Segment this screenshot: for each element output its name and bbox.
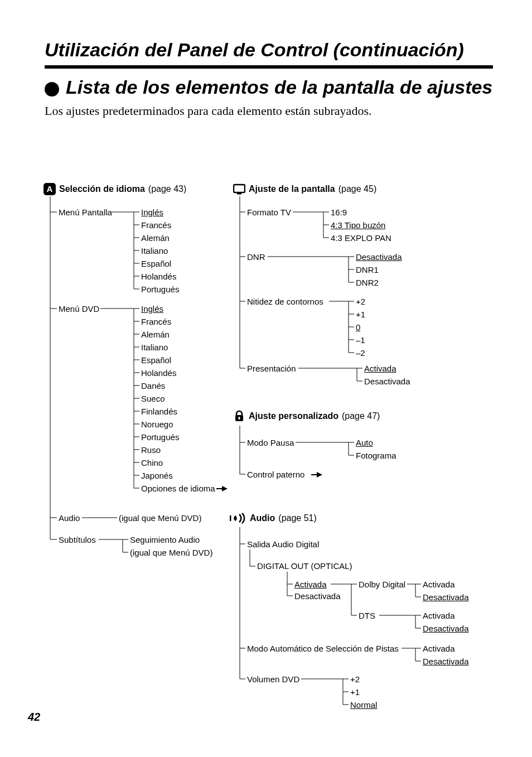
- section-a-heading: A Selección de idioma (page 43): [43, 183, 186, 195]
- nit-opt-1: +1: [356, 310, 365, 319]
- dnr-opt-1: DNR1: [356, 265, 379, 274]
- md-opt-8: Finlandés: [141, 407, 177, 416]
- section-custom-pageref: (page 47): [342, 411, 380, 421]
- dolby-opt-1: Desactivada: [423, 592, 469, 602]
- dolby-label: Dolby Digital: [359, 580, 405, 589]
- bullet-icon: [45, 82, 59, 97]
- dnr-opt-0: Desactivada: [356, 252, 402, 262]
- mp-opt-0: Inglés: [141, 208, 163, 217]
- ftv-opt-2: 4:3 EXPLO PAN: [331, 233, 391, 243]
- speaker-icon: [229, 512, 246, 524]
- svg-marker-73: [317, 472, 322, 478]
- vol-opt-2: Normal: [350, 700, 377, 710]
- digital-out-label: DIGITAL OUT (OPTICAL): [257, 561, 352, 571]
- presentacion-label: Presentación: [247, 364, 296, 373]
- ma-opt-0: Activada: [423, 644, 455, 653]
- ma-opt-1: Desactivada: [423, 657, 469, 666]
- md-opt-4: Español: [141, 355, 171, 365]
- menu-pantalla-label: Menú Pantalla: [59, 208, 112, 217]
- nitidez-label: Nitidez de contornos: [247, 297, 323, 306]
- subtitle: Lista de los elementos de la pantalla de…: [66, 76, 492, 98]
- sub-opt-0: Seguimiento Audio: [130, 535, 200, 544]
- mp-opt-1: Francés: [141, 220, 171, 230]
- svg-rect-105: [234, 185, 245, 192]
- nit-opt-0: +2: [356, 297, 365, 306]
- section-custom-title: Ajuste personalizado: [249, 411, 338, 421]
- svg-text:A: A: [47, 184, 53, 194]
- dts-opt-1: Desactivada: [423, 624, 469, 633]
- dnr-label: DNR: [247, 252, 265, 262]
- md-opt-2: Alemán: [141, 330, 170, 339]
- md-opt-7: Sueco: [141, 394, 165, 403]
- section-screen-heading: Ajuste de la pantalla (page 45): [233, 183, 376, 195]
- section-audio-title: Audio: [250, 513, 275, 523]
- title-rule: [45, 65, 493, 69]
- subtitulos-label: Subtítulos: [59, 535, 96, 544]
- mp-opt-4: Español: [141, 259, 171, 268]
- md-opt-3: Italiano: [141, 343, 168, 352]
- intro-text: Los ajustes predeterminados para cada el…: [45, 104, 493, 118]
- do-opt-1: Desactivada: [294, 591, 341, 601]
- dolby-opt-0: Activada: [423, 580, 455, 589]
- svg-rect-106: [237, 193, 241, 195]
- md-opt-10: Portugués: [141, 432, 179, 442]
- md-opt-6: Danés: [141, 381, 165, 390]
- menu-dvd-label: Menú DVD: [59, 304, 99, 314]
- section-audio-pageref: (page 51): [278, 513, 317, 523]
- sub-opt-1: (igual que Menú DVD): [130, 548, 212, 557]
- formato-tv-label: Formato TV: [247, 208, 291, 217]
- modo-pausa-label: Modo Pausa: [247, 438, 294, 447]
- mp-opt-2: Alemán: [141, 233, 170, 243]
- salida-label: Salida Audio Digital: [247, 539, 319, 549]
- md-opt-5: Holandés: [141, 368, 176, 378]
- nit-opt-2: 0: [356, 322, 360, 332]
- dnr-opt-2: DNR2: [356, 278, 379, 287]
- mp2-opt-1: Fotograma: [356, 451, 396, 460]
- dts-label: DTS: [359, 611, 375, 620]
- subtitle-row: Lista de los elementos de la pantalla de…: [45, 76, 493, 98]
- pres-opt-1: Desactivada: [364, 377, 410, 386]
- svg-rect-108: [239, 417, 240, 420]
- md-opt-1: Francés: [141, 317, 171, 326]
- do-opt-0: Activada: [294, 580, 327, 589]
- vol-opt-0: +2: [350, 674, 360, 684]
- page-number: 42: [28, 711, 40, 724]
- mp2-opt-0: Auto: [356, 438, 373, 447]
- page-title: Utilización del Panel de Control (contin…: [45, 39, 493, 61]
- section-screen-pageref: (page 45): [338, 184, 377, 194]
- letter-a-icon: A: [43, 183, 56, 195]
- ftv-opt-0: 16:9: [331, 208, 347, 217]
- section-screen-title: Ajuste de la pantalla: [249, 184, 335, 194]
- pres-opt-0: Activada: [364, 364, 396, 373]
- md-opt-11: Ruso: [141, 445, 161, 455]
- md-opt-13: Japonés: [141, 471, 173, 480]
- mp-opt-3: Italiano: [141, 246, 168, 255]
- section-a-pageref: (page 43): [148, 184, 187, 194]
- ftv-opt-1: 4:3 Tipo buzón: [331, 220, 385, 230]
- md-opt-0: Inglés: [141, 304, 163, 314]
- section-a-title: Selección de idioma: [59, 184, 145, 194]
- lock-icon: [233, 410, 245, 422]
- section-custom-heading: Ajuste personalizado (page 47): [233, 410, 380, 422]
- volumen-label: Volumen DVD: [247, 674, 299, 684]
- mp-opt-5: Holandés: [141, 272, 176, 281]
- mp-opt-6: Portugués: [141, 285, 179, 294]
- dts-opt-0: Activada: [423, 611, 455, 620]
- nit-opt-4: –2: [356, 348, 365, 358]
- svg-marker-31: [222, 486, 228, 491]
- md-opt-12: Chino: [141, 458, 163, 467]
- md-opt-14: Opciones de idioma: [141, 484, 215, 493]
- md-opt-9: Noruego: [141, 420, 173, 429]
- control-paterno-label: Control paterno: [247, 470, 304, 479]
- nit-opt-3: –1: [356, 335, 365, 345]
- tv-icon: [233, 183, 245, 195]
- vol-opt-1: +1: [350, 687, 360, 697]
- svg-rect-109: [230, 515, 231, 521]
- audio-note: (igual que Menú DVD): [119, 513, 201, 523]
- modo-auto-label: Modo Automático de Selección de Pistas: [247, 644, 399, 653]
- audio-label: Audio: [59, 513, 80, 523]
- page: Utilización del Panel de Control (contin…: [0, 0, 532, 757]
- section-audio-heading: Audio (page 51): [229, 512, 317, 524]
